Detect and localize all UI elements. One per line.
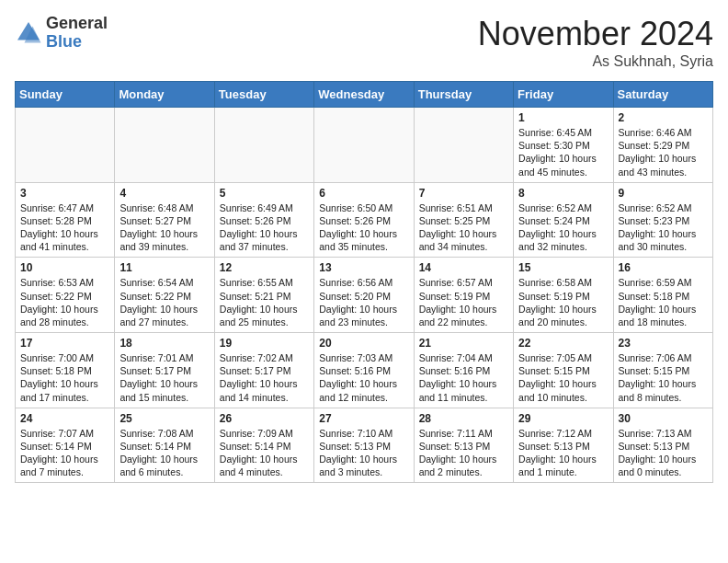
calendar-week-row: 17Sunrise: 7:00 AM Sunset: 5:18 PM Dayli… bbox=[16, 333, 713, 408]
day-info: Sunrise: 7:01 AM Sunset: 5:17 PM Dayligh… bbox=[119, 351, 209, 404]
day-info: Sunrise: 7:03 AM Sunset: 5:16 PM Dayligh… bbox=[319, 351, 408, 404]
day-number: 4 bbox=[119, 187, 209, 200]
calendar-cell: 6Sunrise: 6:50 AM Sunset: 5:26 PM Daylig… bbox=[314, 182, 414, 258]
day-number: 2 bbox=[619, 111, 708, 124]
calendar-cell: 1Sunrise: 6:45 AM Sunset: 5:30 PM Daylig… bbox=[514, 108, 613, 183]
page-header: General Blue November 2024 As Sukhnah, S… bbox=[15, 15, 713, 70]
logo-text: General Blue bbox=[46, 15, 108, 52]
calendar-table: SundayMondayTuesdayWednesdayThursdayFrid… bbox=[15, 81, 713, 483]
day-number: 10 bbox=[20, 261, 109, 274]
day-info: Sunrise: 7:11 AM Sunset: 5:13 PM Dayligh… bbox=[419, 427, 508, 479]
calendar-cell bbox=[115, 108, 214, 183]
logo: General Blue bbox=[15, 15, 108, 52]
calendar-cell: 5Sunrise: 6:49 AM Sunset: 5:26 PM Daylig… bbox=[214, 182, 313, 258]
calendar-cell: 23Sunrise: 7:06 AM Sunset: 5:15 PM Dayli… bbox=[613, 333, 712, 408]
day-number: 13 bbox=[319, 261, 408, 274]
day-number: 7 bbox=[419, 187, 508, 200]
day-info: Sunrise: 6:53 AM Sunset: 5:22 PM Dayligh… bbox=[20, 276, 109, 328]
day-info: Sunrise: 6:46 AM Sunset: 5:29 PM Dayligh… bbox=[619, 126, 708, 178]
day-info: Sunrise: 6:52 AM Sunset: 5:23 PM Dayligh… bbox=[619, 201, 708, 254]
calendar-cell: 13Sunrise: 6:56 AM Sunset: 5:20 PM Dayli… bbox=[314, 258, 414, 333]
day-number: 3 bbox=[20, 187, 109, 200]
calendar-cell: 18Sunrise: 7:01 AM Sunset: 5:17 PM Dayli… bbox=[115, 333, 214, 408]
day-number: 17 bbox=[20, 337, 109, 350]
weekday-header: Wednesday bbox=[314, 82, 414, 108]
day-info: Sunrise: 6:45 AM Sunset: 5:30 PM Dayligh… bbox=[518, 126, 608, 178]
day-info: Sunrise: 7:08 AM Sunset: 5:14 PM Dayligh… bbox=[119, 427, 209, 479]
day-info: Sunrise: 7:10 AM Sunset: 5:13 PM Dayligh… bbox=[319, 427, 408, 479]
calendar-cell bbox=[314, 108, 414, 183]
day-number: 27 bbox=[319, 412, 408, 425]
day-number: 8 bbox=[518, 187, 608, 200]
month-title: November 2024 bbox=[478, 15, 713, 53]
logo-line1: General bbox=[46, 15, 108, 33]
calendar-cell bbox=[414, 108, 513, 183]
day-info: Sunrise: 6:58 AM Sunset: 5:19 PM Dayligh… bbox=[518, 276, 608, 328]
calendar-cell: 25Sunrise: 7:08 AM Sunset: 5:14 PM Dayli… bbox=[115, 408, 214, 483]
calendar-cell bbox=[16, 108, 115, 183]
weekday-header-row: SundayMondayTuesdayWednesdayThursdayFrid… bbox=[16, 82, 713, 108]
day-number: 29 bbox=[518, 412, 608, 425]
day-number: 14 bbox=[419, 261, 508, 274]
day-number: 28 bbox=[419, 412, 508, 425]
day-number: 12 bbox=[220, 261, 309, 274]
day-number: 6 bbox=[319, 187, 408, 200]
day-info: Sunrise: 7:09 AM Sunset: 5:14 PM Dayligh… bbox=[220, 427, 309, 479]
logo-icon bbox=[15, 19, 42, 47]
calendar-cell: 17Sunrise: 7:00 AM Sunset: 5:18 PM Dayli… bbox=[16, 333, 115, 408]
weekday-header: Saturday bbox=[613, 82, 712, 108]
day-number: 22 bbox=[518, 337, 608, 350]
day-info: Sunrise: 6:51 AM Sunset: 5:25 PM Dayligh… bbox=[419, 201, 508, 254]
day-info: Sunrise: 7:00 AM Sunset: 5:18 PM Dayligh… bbox=[20, 351, 109, 404]
calendar-cell: 9Sunrise: 6:52 AM Sunset: 5:23 PM Daylig… bbox=[613, 182, 712, 258]
day-info: Sunrise: 7:12 AM Sunset: 5:13 PM Dayligh… bbox=[518, 427, 608, 479]
day-number: 15 bbox=[518, 261, 608, 274]
day-number: 21 bbox=[419, 337, 508, 350]
day-number: 30 bbox=[619, 412, 708, 425]
calendar-cell: 29Sunrise: 7:12 AM Sunset: 5:13 PM Dayli… bbox=[514, 408, 613, 483]
calendar-cell: 26Sunrise: 7:09 AM Sunset: 5:14 PM Dayli… bbox=[214, 408, 313, 483]
day-info: Sunrise: 6:57 AM Sunset: 5:19 PM Dayligh… bbox=[419, 276, 508, 328]
day-number: 19 bbox=[220, 337, 309, 350]
day-number: 9 bbox=[619, 187, 708, 200]
day-number: 20 bbox=[319, 337, 408, 350]
day-info: Sunrise: 7:07 AM Sunset: 5:14 PM Dayligh… bbox=[20, 427, 109, 479]
day-number: 18 bbox=[119, 337, 209, 350]
calendar-cell: 22Sunrise: 7:05 AM Sunset: 5:15 PM Dayli… bbox=[514, 333, 613, 408]
day-info: Sunrise: 6:55 AM Sunset: 5:21 PM Dayligh… bbox=[220, 276, 309, 328]
day-info: Sunrise: 6:47 AM Sunset: 5:28 PM Dayligh… bbox=[20, 201, 109, 254]
calendar-cell: 3Sunrise: 6:47 AM Sunset: 5:28 PM Daylig… bbox=[16, 182, 115, 258]
weekday-header: Sunday bbox=[16, 82, 115, 108]
calendar-cell: 27Sunrise: 7:10 AM Sunset: 5:13 PM Dayli… bbox=[314, 408, 414, 483]
day-info: Sunrise: 6:50 AM Sunset: 5:26 PM Dayligh… bbox=[319, 201, 408, 254]
title-block: November 2024 As Sukhnah, Syria bbox=[478, 15, 713, 70]
day-number: 1 bbox=[518, 111, 608, 124]
calendar-cell: 16Sunrise: 6:59 AM Sunset: 5:18 PM Dayli… bbox=[613, 258, 712, 333]
day-number: 5 bbox=[220, 187, 309, 200]
day-info: Sunrise: 6:48 AM Sunset: 5:27 PM Dayligh… bbox=[119, 201, 209, 254]
day-info: Sunrise: 6:49 AM Sunset: 5:26 PM Dayligh… bbox=[220, 201, 309, 254]
calendar-cell: 11Sunrise: 6:54 AM Sunset: 5:22 PM Dayli… bbox=[115, 258, 214, 333]
weekday-header: Thursday bbox=[414, 82, 513, 108]
day-info: Sunrise: 7:05 AM Sunset: 5:15 PM Dayligh… bbox=[518, 351, 608, 404]
calendar-cell: 28Sunrise: 7:11 AM Sunset: 5:13 PM Dayli… bbox=[414, 408, 513, 483]
day-info: Sunrise: 6:54 AM Sunset: 5:22 PM Dayligh… bbox=[119, 276, 209, 328]
calendar-cell: 8Sunrise: 6:52 AM Sunset: 5:24 PM Daylig… bbox=[514, 182, 613, 258]
day-number: 25 bbox=[119, 412, 209, 425]
weekday-header: Friday bbox=[514, 82, 613, 108]
calendar-week-row: 24Sunrise: 7:07 AM Sunset: 5:14 PM Dayli… bbox=[16, 408, 713, 483]
calendar-week-row: 10Sunrise: 6:53 AM Sunset: 5:22 PM Dayli… bbox=[16, 258, 713, 333]
day-number: 24 bbox=[20, 412, 109, 425]
logo-line2: Blue bbox=[46, 33, 108, 52]
calendar-cell: 21Sunrise: 7:04 AM Sunset: 5:16 PM Dayli… bbox=[414, 333, 513, 408]
location: As Sukhnah, Syria bbox=[478, 53, 713, 70]
calendar-week-row: 1Sunrise: 6:45 AM Sunset: 5:30 PM Daylig… bbox=[16, 108, 713, 183]
calendar-cell: 20Sunrise: 7:03 AM Sunset: 5:16 PM Dayli… bbox=[314, 333, 414, 408]
calendar-cell: 2Sunrise: 6:46 AM Sunset: 5:29 PM Daylig… bbox=[613, 108, 712, 183]
calendar-cell: 24Sunrise: 7:07 AM Sunset: 5:14 PM Dayli… bbox=[16, 408, 115, 483]
day-info: Sunrise: 6:56 AM Sunset: 5:20 PM Dayligh… bbox=[319, 276, 408, 328]
day-number: 23 bbox=[619, 337, 708, 350]
calendar-cell bbox=[214, 108, 313, 183]
calendar-cell: 4Sunrise: 6:48 AM Sunset: 5:27 PM Daylig… bbox=[115, 182, 214, 258]
calendar-cell: 7Sunrise: 6:51 AM Sunset: 5:25 PM Daylig… bbox=[414, 182, 513, 258]
